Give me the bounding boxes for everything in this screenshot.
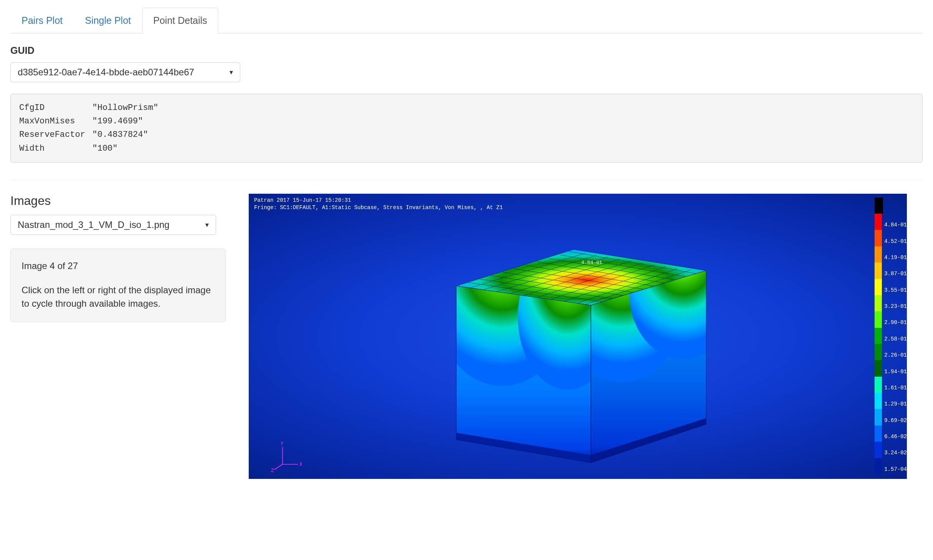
colorbar-swatch-label: 1.29-01 — [884, 401, 907, 407]
detail-row: ReserveFactor"0.4837824" — [19, 130, 148, 140]
colorbar-swatch-color — [875, 311, 882, 327]
colorbar-swatch-label: 3.87-01 — [884, 271, 907, 277]
image-hint-box: Image 4 of 27 Click on the left or right… — [10, 249, 226, 322]
fea-image[interactable]: Patran 2017 15-Jun-17 15:20:31 Fringe: S… — [249, 194, 907, 479]
colorbar-swatch-label: 6.46-02 — [884, 434, 907, 440]
tab-point-details[interactable]: Point Details — [142, 8, 218, 33]
colorbar-swatch-color — [875, 344, 882, 360]
tab-label: Point Details — [153, 15, 207, 26]
colorbar-swatch: 9.69-02 — [875, 409, 907, 425]
colorbar-swatch-color — [875, 360, 882, 376]
colorbar-swatch: 1.57-04 — [875, 458, 907, 474]
colorbar-swatch-color — [875, 409, 882, 425]
colorbar-swatch-color — [875, 328, 882, 344]
axis-triad-icon: X Y Z — [271, 437, 306, 472]
svg-text:Y: Y — [281, 441, 283, 447]
guid-label: GUID — [10, 45, 923, 56]
tab-label: Pairs Plot — [22, 15, 63, 26]
image-counter: Image 4 of 27 — [22, 261, 215, 271]
colorbar-swatch: 4.52-01 — [875, 230, 907, 246]
colorbar-swatch-color — [875, 198, 883, 214]
svg-text:X: X — [299, 462, 302, 467]
tab-single-plot[interactable]: Single Plot — [74, 8, 142, 33]
colorbar-swatch: 1.94-01 — [875, 360, 907, 376]
colorbar-swatch: 3.23-01 — [875, 295, 907, 311]
colorbar-swatch: 2.58-01 — [875, 328, 907, 344]
colorbar-swatch: 2.26-01 — [875, 344, 907, 360]
svg-line-37 — [274, 464, 283, 470]
colorbar-swatch-label: 4.52-01 — [884, 238, 907, 244]
colorbar-swatch-color — [875, 246, 882, 263]
colorbar-swatch: 6.46-02 — [875, 425, 907, 442]
tab-label: Single Plot — [85, 15, 131, 26]
guid-select[interactable]: d385e912-0ae7-4e14-bbde-aeb07144be67 ▾ — [10, 62, 240, 82]
colorbar-swatch: 1.29-01 — [875, 393, 907, 409]
colorbar-swatch-color — [875, 263, 882, 279]
colorbar-swatch-label: 2.58-01 — [884, 336, 907, 342]
detail-row: CfgID"HollowPrism" — [19, 103, 158, 113]
colorbar-swatch-color — [875, 393, 882, 409]
colorbar-swatch-color — [875, 230, 882, 246]
colorbar-swatch — [875, 198, 907, 214]
images-heading: Images — [10, 194, 233, 208]
colorbar-swatch-color — [875, 425, 882, 442]
colorbar-swatch: 2.90-01 — [875, 311, 907, 327]
fea-cube-svg — [249, 194, 907, 479]
caret-down-icon: ▾ — [230, 68, 233, 76]
point-details-box: CfgID"HollowPrism" MaxVonMises"199.4699"… — [10, 94, 923, 163]
colorbar-swatch-label: 2.90-01 — [884, 319, 907, 326]
colorbar-swatch: 4.19-01 — [875, 246, 907, 263]
colorbar-swatch-label: 4.84-01 — [884, 222, 907, 228]
image-hint-text: Click on the left or right of the displa… — [22, 284, 215, 311]
colorbar-swatch-label: 2.26-01 — [884, 352, 907, 358]
colorbar-swatch-label: 3.23-01 — [884, 303, 907, 309]
colorbar: 4.84-014.52-014.19-013.87-013.55-013.23-… — [875, 198, 907, 474]
colorbar-swatch-label: 1.61-01 — [884, 385, 907, 391]
colorbar-swatch: 3.55-01 — [875, 279, 907, 295]
colorbar-swatch-label: 9.69-02 — [884, 417, 907, 424]
tabs-bar: Pairs Plot Single Plot Point Details — [10, 8, 923, 33]
colorbar-swatch-color — [875, 458, 882, 474]
colorbar-swatch-label: 1.57-04 — [884, 466, 907, 472]
colorbar-swatch-label: 3.24-02 — [884, 450, 907, 456]
caret-down-icon: ▾ — [205, 221, 209, 229]
guid-selected-value: d385e912-0ae7-4e14-bbde-aeb07144be67 — [18, 67, 194, 78]
detail-row: Width"100" — [19, 144, 118, 153]
colorbar-swatch-label: 1.94-01 — [884, 369, 907, 375]
colorbar-swatch-color — [875, 214, 882, 230]
colorbar-swatch: 3.87-01 — [875, 263, 907, 279]
divider — [10, 180, 923, 181]
image-selected-value: Nastran_mod_3_1_VM_D_iso_1.png — [18, 219, 170, 230]
colorbar-swatch: 1.61-01 — [875, 377, 907, 393]
colorbar-swatch-label: 3.55-01 — [884, 287, 907, 293]
detail-row: MaxVonMises"199.4699" — [19, 116, 143, 126]
colorbar-swatch-color — [875, 377, 882, 393]
colorbar-swatch-label: 4.19-01 — [884, 254, 907, 261]
colorbar-swatch: 4.84-01 — [875, 214, 907, 230]
image-select[interactable]: Nastran_mod_3_1_VM_D_iso_1.png ▾ — [10, 215, 216, 235]
fea-peak-label: 4.84-01 — [581, 260, 602, 266]
colorbar-swatch: 3.24-02 — [875, 442, 907, 458]
colorbar-swatch-color — [875, 295, 882, 311]
colorbar-swatch-color — [875, 442, 882, 458]
colorbar-swatch-color — [875, 279, 882, 295]
tab-pairs-plot[interactable]: Pairs Plot — [10, 8, 74, 33]
svg-text:Z: Z — [271, 468, 274, 472]
svg-point-9 — [629, 228, 737, 359]
